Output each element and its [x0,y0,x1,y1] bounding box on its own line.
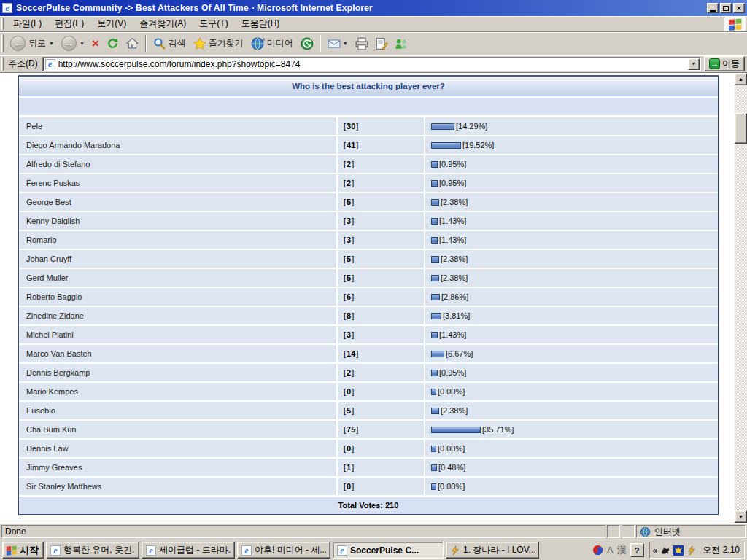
menu-edit[interactable]: 편집(E) [48,15,90,32]
poll-option-percent: [2.38%] [441,254,468,263]
poll-title: Who is the best attacking player ever? [292,82,445,90]
poll-row: Dennis Law [ 0 ] [0.00%] [19,440,718,457]
poll-option-percent: [2.38%] [441,406,468,415]
media-button[interactable]: ♪ 미디어 [247,34,297,54]
poll-option-votes: [ 6 ] [338,288,424,306]
poll-option-percent: [2.86%] [441,292,468,301]
favorites-label: 즐겨찾기 [209,37,244,50]
poll-option-name: Dennis Law [19,440,336,457]
toolbar: ← 뒤로 ▼ → ▼ × 검색 즐겨찾기 ♪ 미디어 ▼ [0,32,747,55]
poll-rows: Pele [ 30 ] [14.29%] Diego Armando Marad… [19,117,718,495]
stop-icon: × [92,37,99,50]
poll-option-bar-cell: [2.38%] [425,193,718,211]
poll-option-bar-cell: [2.38%] [425,250,718,268]
poll-option-bar [431,408,439,414]
restore-button[interactable] [720,3,732,13]
forward-dropdown-icon[interactable]: ▼ [80,41,85,46]
poll-option-votes: [ 2 ] [338,155,424,173]
poll-option-percent: [35.71%] [482,425,514,434]
poll-option-name: Ferenc Puskas [19,174,336,192]
close-button[interactable]: × [733,3,745,13]
address-grip[interactable] [1,57,4,70]
status-bar: Done 인터넷 [0,523,747,540]
poll-option-bar-cell: [0.95%] [425,155,718,173]
menu-grip[interactable] [1,18,4,30]
menu-file[interactable]: 파일(F) [7,15,48,32]
poll-option-bar [431,464,437,471]
search-button[interactable]: 검색 [150,34,190,54]
address-url-text[interactable]: http://www.soccerpulse.com/forum/index.p… [58,59,688,69]
tray-winamp-icon[interactable] [686,545,697,556]
poll-row: Eusebio [ 5 ] [2.38%] [19,402,718,419]
tray-sayclub-lamp-icon[interactable] [673,545,684,556]
edit-icon [375,37,387,50]
poll-option-name: Zinedine Zidane [19,307,336,324]
poll-option-name: Mario Kempes [19,383,336,400]
stop-button[interactable]: × [88,34,103,54]
poll-option-percent: [0.48%] [438,463,465,472]
task-title: 세이클럽 - 드라마... [159,544,231,556]
refresh-button[interactable] [103,34,123,54]
poll-option-bar [431,142,461,149]
scroll-down-button[interactable]: ▼ [735,510,747,523]
poll-option-percent: [1.43%] [439,330,466,339]
menu-bar: 파일(F) 편집(E) 보기(V) 즐겨찾기(A) 도구(T) 도움말(H) [0,16,747,32]
poll-option-name: Diego Armando Maradona [19,136,336,154]
poll-option-bar [431,389,436,395]
toolbar-grip[interactable] [1,34,4,52]
ie-icon: e [337,545,347,556]
forward-icon: → [61,36,77,51]
poll-row: Pele [ 30 ] [14.29%] [19,117,718,135]
taskbar-task-sayclub[interactable]: e 세이클럽 - 드라마... [142,542,235,559]
taskbar-task-humor[interactable]: e 행복한 유머, 웃긴... [46,542,139,559]
forward-button[interactable]: → ▼ [58,34,88,54]
ime-help-button[interactable]: ? [630,543,644,557]
go-button[interactable]: → 이동 [704,56,745,71]
ime-hanja-indicator[interactable]: 漢 [617,544,627,557]
taskbar-task-winamp[interactable]: 1. 장나라 - I LOV... [446,542,539,559]
menu-tools[interactable]: 도구(T) [193,15,234,32]
tray-dog-icon[interactable] [660,545,670,556]
taskbar-task-yahoo-media[interactable]: e 야후! 미디어 - 세... [237,542,330,559]
poll-total-row: Total Votes: 210 [19,497,718,514]
address-input[interactable]: e http://www.soccerpulse.com/forum/index… [42,57,701,71]
tray-chevron-icon[interactable]: « [653,545,658,556]
mail-dropdown-icon[interactable]: ▼ [343,41,348,46]
chevron-down-icon: ▼ [692,61,697,66]
minimize-button[interactable] [707,3,719,13]
task-title: 1. 장나라 - I LOV... [463,544,535,556]
poll-option-name: Pele [19,117,336,135]
poll-option-bar [431,332,438,338]
menu-view[interactable]: 보기(V) [90,15,133,32]
edit-button[interactable] [371,34,391,54]
poll-option-bar-cell: [35.71%] [425,421,718,438]
korean-taegeuk-icon[interactable] [592,545,603,556]
scrollbar-thumb[interactable] [735,113,747,144]
ime-mode-indicator[interactable]: A [607,545,614,556]
scroll-up-button[interactable]: ▲ [735,73,747,85]
menu-help[interactable]: 도움말(H) [235,15,287,32]
back-dropdown-icon[interactable]: ▼ [49,41,54,46]
history-button[interactable] [297,34,317,54]
poll-option-percent: [3.81%] [443,311,470,320]
address-dropdown-button[interactable]: ▼ [688,58,700,70]
taskbar-task-soccerpulse[interactable]: e SoccerPulse C... [333,542,444,559]
taskbar-clock[interactable]: 오전 2:10 [700,544,740,556]
menu-favorites[interactable]: 즐겨찾기(A) [133,15,193,32]
poll-option-bar [431,427,481,433]
print-button[interactable] [352,34,371,54]
messenger-button[interactable] [391,34,411,54]
system-tray: « 오전 2:10 [649,542,745,559]
poll-row: Michel Platini [ 3 ] [1.43%] [19,326,718,343]
home-button[interactable] [123,34,142,54]
back-button[interactable]: ← 뒤로 ▼ [7,34,58,54]
poll-option-name: Michel Platini [19,326,336,343]
poll-option-percent: [2.38%] [441,198,468,206]
start-button[interactable]: 시작 [2,542,44,559]
vertical-scrollbar[interactable]: ▲ ▼ [735,73,747,523]
favorites-button[interactable]: 즐겨찾기 [190,34,247,54]
poll-option-name: Johan Cruyff [19,250,336,268]
poll-option-percent: [1.43%] [439,236,466,244]
poll-row: Kenny Dalglish [ 3 ] [1.43%] [19,212,718,230]
mail-button[interactable]: ▼ [324,34,352,54]
